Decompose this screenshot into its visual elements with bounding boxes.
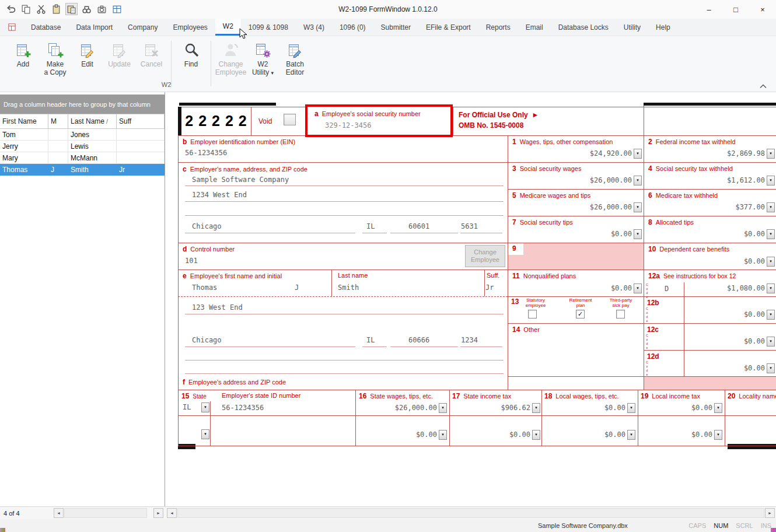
employee-zip-value[interactable]: 60666 — [408, 336, 429, 344]
dropdown-arrow-icon[interactable]: ▼ — [634, 176, 642, 186]
box17-state-tax-field[interactable]: $906.62▼ — [451, 402, 540, 413]
box18-row2-field[interactable]: $0.00▼ — [543, 429, 635, 440]
batch-editor-button[interactable]: BatchEditor — [279, 37, 311, 76]
employee-row[interactable]: TomJones — [0, 129, 165, 141]
make-a-copy-button[interactable]: Makea Copy — [39, 37, 71, 76]
dropdown-arrow-icon[interactable]: ▼ — [439, 403, 447, 413]
maximize-button[interactable]: □ — [722, 0, 749, 19]
update-button[interactable]: Update — [103, 37, 135, 68]
box12c-amount-field[interactable]: $0.00▼ — [687, 336, 775, 346]
box12a-code-value[interactable]: D — [665, 285, 669, 293]
tab-company[interactable]: Company — [120, 19, 165, 36]
middle-initial-value[interactable]: J — [295, 284, 299, 292]
dropdown-arrow-icon[interactable]: ▼ — [714, 403, 722, 413]
tab-submitter[interactable]: Submitter — [373, 19, 418, 36]
change-employee-form-button[interactable]: ChangeEmployee — [465, 245, 505, 267]
box2-federal-tax-field[interactable]: $2,869.98▼ — [648, 148, 775, 159]
state-dropdown[interactable]: IL▼ — [183, 402, 209, 412]
box12b-amount-field[interactable]: $0.00▼ — [687, 309, 775, 320]
dropdown-arrow-icon[interactable]: ▼ — [201, 402, 209, 412]
w2-utility-button[interactable]: W2Utility ▾ — [247, 37, 279, 77]
box12a-amount-field[interactable]: $1,080.00▼ — [687, 283, 775, 293]
employer-state-value[interactable]: IL — [366, 222, 375, 230]
box16-row2-field[interactable]: $0.00▼ — [358, 429, 447, 440]
box8-allocated-tips-field[interactable]: $0.00▼ — [648, 229, 775, 239]
void-checkbox[interactable] — [284, 114, 296, 125]
statutory-employee-checkbox[interactable] — [528, 310, 537, 318]
dropdown-arrow-icon[interactable]: ▼ — [767, 363, 775, 373]
dropdown-arrow-icon[interactable]: ▼ — [627, 403, 635, 413]
employee-row-selected[interactable]: ThomasJSmithJr — [0, 164, 165, 176]
box18-local-wages-field[interactable]: $0.00▼ — [543, 402, 635, 413]
find-button[interactable]: Find — [175, 37, 207, 68]
suffix-value[interactable]: Jr — [485, 284, 494, 292]
retirement-plan-checkbox[interactable]: ✓ — [576, 310, 585, 318]
tab-email[interactable]: Email — [518, 19, 551, 36]
employer-name-value[interactable]: Sample Software Company — [192, 176, 289, 184]
dropdown-arrow-icon[interactable]: ▼ — [767, 176, 775, 186]
column-header-m[interactable]: M — [48, 114, 68, 129]
dropdown-arrow-icon[interactable]: ▼ — [532, 430, 540, 440]
box4-ss-tax-field[interactable]: $1,612.00▼ — [648, 175, 775, 186]
dropdown-arrow-icon[interactable]: ▼ — [767, 337, 775, 346]
box1-wages-field[interactable]: $24,920.00▼ — [512, 148, 642, 159]
tab-reports[interactable]: Reports — [478, 19, 518, 36]
employee-street-value[interactable]: 123 West End — [192, 303, 243, 312]
state-id-value[interactable]: 56-1234356 — [222, 404, 264, 412]
app-menu-icon[interactable] — [0, 19, 23, 36]
employer-city-value[interactable]: Chicago — [192, 222, 222, 230]
box10-dependent-care-field[interactable]: $0.00▼ — [648, 256, 775, 267]
employee-row[interactable]: JerryLewis — [0, 141, 165, 152]
box12d-amount-field[interactable]: $0.00▼ — [687, 363, 775, 373]
employee-row[interactable]: MaryMcMann — [0, 152, 165, 164]
grid-scroll-left-button[interactable]: ◄ — [54, 508, 64, 518]
box11-nonqualified-field[interactable]: $0.00▼ — [512, 283, 642, 293]
dropdown-arrow-icon[interactable]: ▼ — [767, 310, 775, 320]
column-header-suff[interactable]: Suff — [117, 114, 165, 129]
tab-w3[interactable]: W3 (4) — [296, 19, 332, 36]
box17-row2-field[interactable]: $0.00▼ — [451, 429, 540, 440]
box19-local-tax-field[interactable]: $0.00▼ — [639, 402, 722, 413]
cancel-button[interactable]: Cancel — [135, 37, 167, 68]
group-by-hint[interactable]: Drag a column header here to group by th… — [0, 94, 165, 114]
employee-zip4-value[interactable]: 1234 — [461, 336, 478, 344]
dropdown-arrow-icon[interactable]: ▼ — [767, 284, 775, 293]
employer-street-value[interactable]: 1234 West End — [192, 191, 247, 199]
edit-button[interactable]: Edit — [71, 37, 103, 68]
last-name-value[interactable]: Smith — [338, 284, 359, 292]
employee-state-value[interactable]: IL — [366, 336, 375, 344]
ein-value[interactable]: 56-1234356 — [185, 149, 227, 157]
dropdown-arrow-icon[interactable]: ▼ — [714, 430, 722, 440]
close-button[interactable]: × — [749, 0, 776, 19]
tab-employees[interactable]: Employees — [165, 19, 215, 36]
box6-medicare-tax-field[interactable]: $377.00▼ — [648, 202, 775, 212]
tab-1096[interactable]: 1096 (0) — [332, 19, 373, 36]
tab-utility[interactable]: Utility — [616, 19, 648, 36]
tab-help[interactable]: Help — [648, 19, 678, 36]
column-header-first-name[interactable]: First Name — [0, 114, 48, 129]
box19-row2-field[interactable]: $0.00▼ — [639, 429, 722, 440]
box16-state-wages-field[interactable]: $26,000.00▼ — [358, 402, 447, 413]
dropdown-arrow-icon[interactable]: ▼ — [634, 229, 642, 239]
state2-dropdown[interactable]: ▼ — [183, 429, 209, 439]
box7-ss-tips-field[interactable]: $0.00▼ — [512, 229, 642, 239]
dropdown-arrow-icon[interactable]: ▼ — [634, 149, 642, 159]
tab-database[interactable]: Database — [23, 19, 68, 36]
box3-ss-wages-field[interactable]: $26,000.00▼ — [512, 175, 642, 186]
control-number-value[interactable]: 101 — [185, 257, 198, 265]
first-name-value[interactable]: Thomas — [192, 284, 217, 292]
dropdown-arrow-icon[interactable]: ▼ — [532, 403, 540, 413]
column-header-last-name[interactable]: Last Name/ — [68, 114, 117, 129]
collapse-ribbon-button[interactable] — [758, 83, 768, 90]
tab-database-locks[interactable]: Database Locks — [551, 19, 616, 36]
dropdown-arrow-icon[interactable]: ▼ — [634, 202, 642, 212]
form-scrollbar-track[interactable] — [177, 508, 764, 518]
form-scroll-right-button[interactable]: ► — [765, 508, 775, 518]
tab-1099-1098[interactable]: 1099 & 1098 — [241, 19, 296, 36]
tab-data-import[interactable]: Data Import — [68, 19, 120, 36]
dropdown-arrow-icon[interactable]: ▼ — [439, 430, 447, 440]
dropdown-arrow-icon[interactable]: ▼ — [767, 229, 775, 239]
ssn-value[interactable]: 329-12-3456 — [325, 121, 371, 130]
add-button[interactable]: Add — [7, 37, 39, 68]
minimize-button[interactable]: – — [695, 0, 722, 19]
